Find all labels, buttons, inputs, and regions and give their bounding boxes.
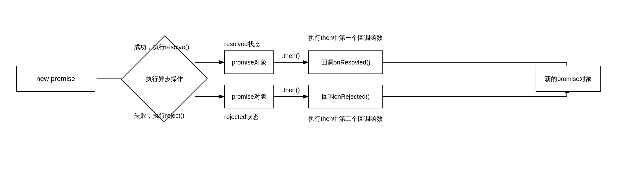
then1-label: .then() [282,52,300,59]
promise-rejected-box: promise对象 [224,85,274,108]
new-promise-obj-box: 新的promise对象 [536,66,601,92]
callback-rejected-label: 回调onRejected() [322,93,370,101]
callback-resolved-label: 回调onResovled() [321,58,371,67]
promise-resolved-label: promise对象 [232,58,266,67]
new-promise-label: new promise [36,75,75,83]
rejected-state-label: rejected状态 [224,113,259,121]
promise-resolved-box: promise对象 [224,50,274,74]
then2-label: .then() [282,87,300,94]
resolved-state-label: resolved状态 [224,40,260,48]
async-op-diamond: 执行异步操作 [134,48,195,110]
fail-label: 失败，执行reject() [134,112,184,120]
new-promise-box: new promise [16,66,95,92]
async-op-label: 执行异步操作 [146,75,183,83]
exec-then2-label: 执行then中第二个回调函数 [308,115,383,123]
new-promise-obj-label: 新的promise对象 [545,75,592,83]
promise-rejected-label: promise对象 [232,93,266,101]
callback-rejected-box: 回调onRejected() [308,85,383,108]
success-label: 成功，执行resolve() [134,43,189,51]
callback-resolved-box: 回调onResovled() [308,50,383,74]
exec-then1-label: 执行then中第一个回调函数 [308,34,383,42]
diagram-container: new promise 执行异步操作 promise对象 promise对象 回… [0,0,644,171]
